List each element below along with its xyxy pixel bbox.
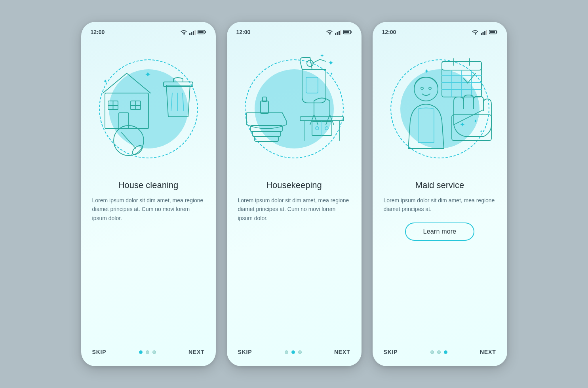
- svg-line-50: [314, 115, 318, 125]
- svg-rect-17: [164, 82, 193, 87]
- svg-rect-60: [442, 61, 481, 70]
- dot-3-2: [437, 350, 441, 354]
- svg-rect-27: [340, 30, 341, 35]
- screen-1-dots: [139, 350, 156, 354]
- status-bar-3: 12:00: [373, 22, 507, 38]
- svg-rect-7: [105, 93, 148, 129]
- illustration-maid-service: ✦ ✦ ✦ ✦: [373, 42, 507, 176]
- svg-rect-52: [481, 33, 482, 35]
- svg-rect-1: [191, 32, 192, 35]
- status-bar-1: 12:00: [81, 22, 216, 38]
- screen-1-nav: SKIP NEXT: [81, 349, 216, 366]
- status-time-2: 12:00: [236, 29, 251, 35]
- svg-point-46: [316, 127, 319, 130]
- status-time-1: 12:00: [91, 29, 105, 35]
- screen-2-desc: Lorem ipsum dolor sit dim amet, mea regi…: [238, 196, 350, 223]
- svg-rect-25: [337, 32, 338, 35]
- screen-1-next[interactable]: NEXT: [188, 349, 205, 355]
- svg-rect-32: [306, 77, 318, 93]
- screen-2-nav: SKIP NEXT: [227, 349, 362, 366]
- svg-rect-3: [194, 30, 196, 35]
- battery-icon-3: [489, 30, 498, 34]
- signal-icon-2: [335, 29, 341, 35]
- battery-icon: [198, 30, 206, 34]
- status-bar-2: 12:00: [227, 22, 362, 38]
- svg-text:✦: ✦: [424, 68, 429, 74]
- screen-maid-service: 12:00: [373, 22, 507, 366]
- svg-text:✦: ✦: [460, 121, 465, 128]
- screen-3-title: Maid service: [415, 180, 464, 190]
- status-time-3: 12:00: [382, 29, 396, 35]
- dot-1-3: [152, 350, 156, 354]
- svg-rect-5: [205, 31, 206, 33]
- learn-more-button[interactable]: Learn more: [405, 223, 475, 241]
- screen-1-content: House cleaning Lorem ipsum dolor sit dim…: [81, 176, 216, 349]
- screen-3-nav: SKIP NEXT: [373, 349, 507, 366]
- svg-rect-41: [300, 117, 344, 121]
- screen-3-skip[interactable]: SKIP: [384, 349, 398, 355]
- svg-line-20: [183, 93, 184, 111]
- dot-2-1: [285, 350, 288, 354]
- screen-2-skip[interactable]: SKIP: [238, 349, 252, 355]
- svg-rect-26: [339, 31, 340, 35]
- battery-icon-2: [343, 30, 352, 34]
- svg-rect-0: [189, 33, 190, 35]
- screen-1-title: House cleaning: [118, 180, 179, 190]
- screen-1-skip[interactable]: SKIP: [92, 349, 107, 355]
- svg-rect-6: [198, 31, 204, 33]
- wifi-icon-3: [472, 29, 479, 35]
- status-icons-3: [472, 29, 498, 35]
- dot-3-3: [444, 350, 447, 354]
- svg-line-18: [171, 93, 172, 111]
- svg-point-71: [429, 87, 431, 89]
- svg-text:✦: ✦: [328, 59, 334, 67]
- svg-point-70: [421, 87, 423, 89]
- house-cleaning-svg: ✦ ✦: [93, 49, 204, 168]
- screen-2-next[interactable]: NEXT: [334, 349, 350, 355]
- svg-rect-39: [253, 131, 280, 137]
- svg-rect-57: [496, 31, 497, 33]
- screen-1-desc: Lorem ipsum dolor sit dim amet, mea regi…: [92, 196, 205, 223]
- svg-rect-2: [193, 31, 194, 35]
- wifi-icon-2: [326, 29, 333, 35]
- maid-service-svg: ✦ ✦ ✦ ✦: [384, 49, 495, 168]
- screens-container: 12:00: [81, 22, 507, 366]
- svg-text:✦: ✦: [145, 70, 151, 79]
- screen-2-dots: [285, 350, 302, 354]
- dot-3-1: [430, 350, 434, 354]
- screen-2-title: Housekeeping: [266, 180, 322, 190]
- svg-point-23: [131, 144, 144, 156]
- screen-3-dots: [430, 350, 447, 354]
- dot-1-1: [139, 350, 143, 354]
- dot-1-2: [146, 350, 149, 354]
- svg-text:✦: ✦: [474, 118, 478, 124]
- wifi-icon: [180, 29, 187, 35]
- svg-rect-36: [261, 101, 268, 114]
- screen-house-cleaning: 12:00: [81, 22, 216, 366]
- status-icons-1: [180, 29, 206, 35]
- svg-text:✦: ✦: [480, 129, 483, 133]
- svg-text:✦: ✦: [330, 72, 333, 76]
- illustration-housekeeping: ✦ ✦ ✦: [227, 42, 362, 176]
- svg-text:✦: ✦: [320, 53, 324, 59]
- svg-text:✦: ✦: [103, 78, 108, 84]
- svg-rect-55: [486, 30, 487, 35]
- svg-rect-30: [344, 31, 349, 33]
- svg-rect-40: [255, 137, 278, 141]
- housekeeping-svg: ✦ ✦ ✦: [239, 49, 350, 168]
- svg-rect-54: [484, 31, 485, 35]
- screen-2-content: Housekeeping Lorem ipsum dolor sit dim a…: [227, 176, 362, 349]
- svg-rect-29: [350, 31, 352, 33]
- screen-3-content: Maid service Lorem ipsum dolor sit dim a…: [373, 176, 507, 349]
- screen-3-next[interactable]: NEXT: [480, 349, 496, 355]
- svg-point-47: [325, 127, 328, 130]
- svg-line-51: [326, 115, 330, 125]
- svg-point-69: [414, 77, 438, 101]
- screen-housekeeping: 12:00: [227, 22, 362, 366]
- screen-3-desc: Lorem ipsum dolor sit dim amet, mea regi…: [384, 196, 496, 214]
- dot-2-3: [298, 350, 302, 354]
- status-icons-2: [326, 29, 352, 35]
- svg-rect-24: [335, 33, 336, 35]
- signal-icon: [189, 29, 196, 35]
- svg-line-22: [122, 133, 136, 148]
